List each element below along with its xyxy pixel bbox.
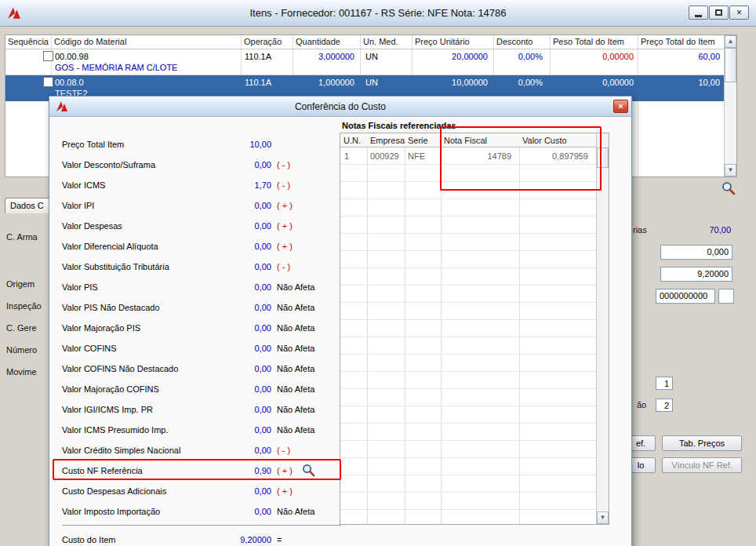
tab-dados-complementares[interactable]: Dados C [5,198,52,213]
cost-value: 0,00 [203,425,271,435]
items-grid-scrollbar[interactable]: ▲ ▼ [724,35,736,177]
scroll-up-icon: ▲ [728,38,734,45]
cost-value: 0,00 [203,405,271,414]
cell-descricao: GOS - MEMÓRIA RAM C/LOTE [55,63,177,72]
cost-value: 0,00 [203,486,271,496]
cost-op: Não Afeta [277,364,314,373]
cell-peso-total: 0,00000 [551,49,634,75]
col-header-preco-total[interactable]: Preço Total do Item [638,35,723,49]
cost-label: Valor Imposto Importação [62,507,160,516]
scroll-down-button[interactable]: ▼ [725,164,736,177]
cost-row: Valor ICMS1,70( - ) [62,175,341,195]
ref-cell-serie: NFE [408,151,425,161]
cost-op: ( + ) [277,242,293,251]
cost-label: Valor COFINS [62,344,116,353]
cost-op: ( + ) [277,221,293,231]
cost-op: Não Afeta [277,303,314,312]
col-header-operacao[interactable]: Operação [242,35,292,49]
cost-row: Valor IPI0,00( + ) [62,195,341,216]
cost-value: 10,00 [203,140,271,149]
cost-value: 0,00 [203,221,271,231]
cost-label: Valor ICMS [62,180,105,190]
cell-preco-unitario: 20,00000 [413,49,488,75]
cost-value: 1,70 [203,180,271,190]
numeric-field[interactable]: 9,20000 [660,267,732,282]
cost-row: Valor Crédito Simples Nacional0,00( - ) [62,440,341,460]
cost-value: 0,00 [203,323,271,333]
column-divider [367,133,368,524]
scroll-down-button[interactable]: ▼ [597,511,609,524]
col-header-sequencia[interactable]: Sequência [5,35,51,49]
code-field[interactable]: 0000000000 [656,289,715,304]
cost-value: 0,00 [203,446,271,455]
ref-cell-empresa: 000929 [370,151,399,161]
col-header-serie[interactable]: Serie [405,136,428,145]
field-label: Movime [6,367,49,377]
cost-value: 0,00 [203,384,271,394]
cost-value: 0,00 [203,364,271,373]
cost-row: Preço Total Item10,00 [62,134,341,155]
scrollbar-thumb[interactable] [725,48,736,82]
col-header-peso-total[interactable]: Peso Total do Item [551,35,637,49]
col-header-codigo[interactable]: Código do Material [52,35,240,49]
field-label-partial: ão [637,400,646,410]
tab-precos-button[interactable]: Tab. Preços [662,435,742,451]
cost-label: Valor PIS Não Destacado [62,303,160,312]
col-header-preco-unitario[interactable]: Preço Unitário [413,35,492,49]
cell-sequencia: 2 [5,75,48,101]
annotation-highlight-nota-fiscal [440,126,602,191]
col-header-quantidade[interactable]: Quantidade [293,35,359,49]
cost-op: ( - ) [277,262,290,271]
vinculo-nf-ref-button[interactable]: Vínculo NF Ref. [662,457,742,473]
code-field-small[interactable] [718,289,734,304]
dialog-conferencia-do-custo: Conferência do Custo × Preço Total Item1… [49,96,632,546]
cell-unmed: UN [361,49,411,75]
table-row[interactable]: 1 00.00.98GOS - MEMÓRIA RAM C/LOTE 110.1… [5,49,724,75]
scroll-up-button[interactable]: ▲ [725,35,736,48]
cost-value: 0,00 [203,160,271,169]
col-header-desconto[interactable]: Desconto [494,35,549,49]
cost-total-value: 9,20000 [203,535,271,544]
cost-row: Valor Substituição Tributária0,00( - ) [62,257,341,277]
minimize-button[interactable] [689,5,708,20]
scroll-down-icon: ▼ [728,166,734,173]
zoom-button[interactable] [721,181,736,197]
col-header-unmed[interactable]: Un. Med. [361,35,411,49]
col-header-empresa[interactable]: Empresa [367,136,405,145]
ref-panel-caption: Notas Fiscais referenciadas [342,121,456,130]
ref-cell-un: 1 [344,151,349,161]
ref-invoices-grid: U.N. Empresa Serie Nota Fiscal Valor Cus… [340,133,609,525]
cost-row: Valor Despesas0,00( + ) [62,216,341,236]
cost-value: 0,00 [203,282,271,292]
field-label-partial: rias [633,225,647,235]
cost-row: Valor Majoração COFINS0,00Não Afeta [62,379,341,399]
column-divider [519,133,520,524]
cost-row: Valor COFINS Não Destacado0,00Não Afeta [62,359,341,379]
field-label: Inspeção [6,301,49,311]
cost-label: Valor IGI/ICMS Imp. PR [62,405,153,414]
cost-label: Custo Despesas Adicionais [62,486,166,496]
close-button[interactable]: × [729,5,749,20]
cost-value: 0,00 [203,201,271,210]
small-field[interactable]: 2 [656,399,673,412]
cost-row: Valor PIS Não Destacado0,00Não Afeta [62,297,341,318]
cost-label: Valor Desconto/Suframa [62,160,155,169]
cost-value: 0,00 [203,303,271,312]
numeric-field[interactable]: 0,000 [660,245,732,260]
cell-sequencia: 1 [5,49,48,75]
cost-value: 0,00 [203,262,271,271]
restore-button[interactable] [709,5,729,20]
col-header-un[interactable]: U.N. [340,136,361,145]
cost-total-row: Custo do Item 9,20000 = [62,530,341,546]
close-icon: × [736,7,742,18]
ref-grid-scrollbar[interactable]: ▼ [596,133,609,524]
cost-op: Não Afeta [277,344,314,353]
cost-total-op: = [277,535,282,544]
cost-row: Custo Despesas Adicionais0,00( + ) [62,481,341,501]
dialog-close-button[interactable]: × [613,100,628,113]
close-icon: × [618,101,623,111]
small-field[interactable]: 1 [656,377,673,390]
cost-op: ( + ) [277,486,293,496]
cell-preco-total: 10,00 [638,75,720,101]
cost-row: Valor Desconto/Suframa0,00( - ) [62,155,341,175]
